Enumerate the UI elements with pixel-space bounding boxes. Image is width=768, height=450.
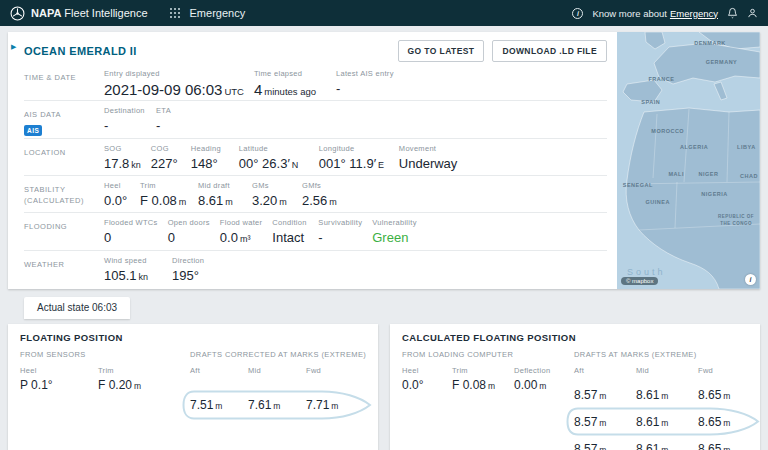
ais-badge: AIS	[24, 125, 42, 137]
row-stability: STABILITY (CALCULATED) Heel 0.0° Trim F …	[24, 176, 607, 213]
field-time-elapsed: Time elapsed 4minutes ago	[254, 69, 326, 98]
column-header-aft: Aft	[190, 366, 248, 375]
field-survivability: Survivability -	[318, 218, 362, 245]
row-label: WEATHER	[24, 256, 104, 284]
field-wind-speed: Wind speed 105.1kn	[104, 256, 162, 283]
draft-mid-value: 7.61m	[248, 398, 306, 412]
know-more-text: Know more aboutEmergency	[592, 8, 718, 19]
row-label: LOCATION	[24, 144, 104, 172]
row-label: STABILITY (CALCULATED)	[24, 181, 104, 209]
card-title: FLOATING POSITION	[20, 332, 366, 343]
field-mid-draft: Mid draft 8.61m	[198, 181, 242, 208]
app-name: Emergency	[190, 7, 246, 19]
know-more-link[interactable]: Emergency	[670, 8, 718, 19]
column-header-mid: Mid	[248, 366, 306, 375]
draft-aft-value: 7.51m	[190, 398, 248, 412]
field-destination: Destination -	[104, 106, 146, 133]
row-weather: WEATHER Wind speed 105.1kn Direction 195…	[24, 251, 607, 287]
field-longitude: Longitude 001° 11.9′E	[319, 144, 389, 171]
floating-position-card: FLOATING POSITION FROM SENSORS Heel P 0.…	[8, 324, 378, 450]
column-header-mid: Mid	[636, 366, 698, 375]
field-lc-trim: Trim F 0.08m	[452, 366, 514, 392]
field-entry-displayed: Entry displayed 2021-09-09 06:03UTC	[104, 69, 244, 98]
field-latest-ais-entry: Latest AIS entry -	[336, 69, 394, 96]
field-cog: COG 227°	[151, 144, 181, 171]
brand-title: NAPAFleet Intelligence	[31, 7, 148, 19]
mapbox-attribution[interactable]: © mapbox	[621, 277, 658, 285]
drafts-corrected-group: DRAFTS CORRECTED AT MARKS (EXTREME) Aft …	[190, 350, 366, 420]
row-flooding: FLOODING Flooded WTCs 0 Open doors 0 Flo…	[24, 213, 607, 250]
go-to-latest-button[interactable]: GO TO LATEST	[398, 40, 485, 62]
column-header-fwd: Fwd	[698, 366, 760, 375]
field-open-doors: Open doors 0	[168, 218, 210, 245]
row-time-date: TIME & DATE Entry displayed 2021-09-09 0…	[24, 64, 607, 101]
drafts-row-1: 8.57m 8.61m 8.65m	[574, 381, 748, 408]
vessel-status-card: ▶ OCEAN EMERALD II GO TO LATEST DOWNLOAD…	[8, 32, 760, 289]
column-header-fwd: Fwd	[306, 366, 364, 375]
row-label: AIS DATA AIS	[24, 106, 104, 134]
field-gmfs: GMfs 2.56m	[302, 181, 337, 208]
drafts-row-2: 8.57m 8.61m 8.65m	[574, 408, 748, 435]
card-title: CALCULATED FLOATING POSITION	[402, 332, 748, 343]
from-loading-computer-group: FROM LOADING COMPUTER Heel 0.0° Trim F 0…	[402, 350, 574, 450]
field-lc-deflection: Deflection 0.00m	[514, 366, 550, 392]
napa-logo: NAPAFleet Intelligence	[10, 6, 148, 21]
map-land-shapes	[617, 32, 760, 289]
field-vulnerability: Vulnerability Green	[372, 218, 416, 245]
field-heel: Heel 0.0°	[104, 181, 130, 208]
row-label: FLOODING	[24, 218, 104, 246]
info-icon[interactable]: i	[572, 8, 583, 19]
field-condition: Condition Intact	[272, 218, 308, 245]
field-sensor-heel: Heel P 0.1°	[20, 366, 98, 392]
row-label: TIME & DATE	[24, 69, 104, 97]
field-sog: SOG 17.8kn	[104, 144, 141, 171]
row-location: LOCATION SOG 17.8kn COG 227° Heading 148…	[24, 139, 607, 176]
vessel-location-map[interactable]: DENMARK GERMANY FRANCE SPAIN MOROCCO ALG…	[617, 32, 760, 289]
field-flood-water: Flood water 0.0m³	[220, 218, 263, 245]
field-flooded-wtcs: Flooded WTCs 0	[104, 218, 158, 245]
app-switcher-icon[interactable]	[170, 8, 180, 18]
field-movement: Movement Underway	[399, 144, 458, 171]
column-header-aft: Aft	[574, 366, 636, 375]
field-eta: ETA -	[156, 106, 171, 133]
tab-actual-state[interactable]: Actual state 06:03	[24, 297, 130, 319]
draft-fwd-value: 7.71m	[306, 398, 364, 412]
drafts-row-3: 8.57m 8.61m 8.65m	[574, 435, 748, 450]
download-ld-file-button[interactable]: DOWNLOAD .LD FILE	[492, 40, 607, 62]
drafts-at-marks-group: DRAFTS AT MARKS (EXTREME) Aft Mid Fwd 8.…	[574, 350, 748, 450]
napa-propeller-icon	[10, 6, 25, 21]
calculated-floating-position-card: CALCULATED FLOATING POSITION FROM LOADIN…	[390, 324, 760, 450]
field-trim: Trim F 0.08m	[140, 181, 188, 208]
vessel-name: OCEAN EMERALD II	[24, 45, 137, 57]
from-sensors-group: FROM SENSORS Heel P 0.1° Trim F 0.20m	[20, 350, 190, 420]
field-latitude: Latitude 00° 26.3′N	[239, 144, 309, 171]
field-lc-heel: Heel 0.0°	[402, 366, 452, 392]
expand-sidebar-icon[interactable]: ▶	[11, 43, 16, 51]
field-heading: Heading 148°	[191, 144, 229, 171]
map-info-icon[interactable]: i	[745, 274, 756, 285]
field-wind-direction: Direction 195°	[172, 256, 204, 283]
user-account-icon[interactable]	[747, 7, 758, 19]
field-sensor-trim: Trim F 0.20m	[98, 366, 141, 392]
top-bar: NAPAFleet Intelligence Emergency i Know …	[0, 0, 768, 26]
field-gms: GMs 3.20m	[252, 181, 292, 208]
row-ais-data: AIS DATA AIS Destination - ETA -	[24, 101, 607, 138]
notifications-bell-icon[interactable]	[727, 7, 738, 19]
vulnerability-status-badge: Green	[372, 230, 408, 245]
